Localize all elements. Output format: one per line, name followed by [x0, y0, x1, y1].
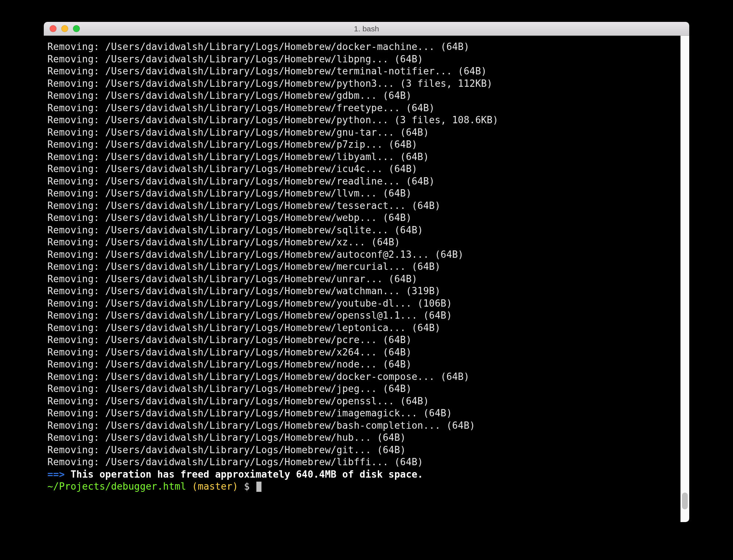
titlebar: 1. bash [44, 22, 689, 36]
terminal-window: 1. bash Removing: /Users/davidwalsh/Libr… [44, 22, 689, 522]
output-line: Removing: /Users/davidwalsh/Library/Logs… [47, 432, 406, 443]
output-line: Removing: /Users/davidwalsh/Library/Logs… [47, 114, 499, 125]
output-line: Removing: /Users/davidwalsh/Library/Logs… [47, 249, 464, 260]
output-line: Removing: /Users/davidwalsh/Library/Logs… [47, 78, 493, 89]
output-line: Removing: /Users/davidwalsh/Library/Logs… [47, 359, 412, 370]
zoom-icon[interactable] [73, 25, 80, 32]
terminal-wrap: Removing: /Users/davidwalsh/Library/Logs… [44, 36, 689, 522]
output-line: Removing: /Users/davidwalsh/Library/Logs… [47, 127, 429, 138]
output-line: Removing: /Users/davidwalsh/Library/Logs… [47, 456, 423, 467]
output-line: Removing: /Users/davidwalsh/Library/Logs… [47, 41, 469, 52]
minimize-icon[interactable] [61, 25, 68, 32]
output-line: Removing: /Users/davidwalsh/Library/Logs… [47, 200, 441, 211]
output-line: Removing: /Users/davidwalsh/Library/Logs… [47, 396, 429, 407]
output-line: Removing: /Users/davidwalsh/Library/Logs… [47, 285, 441, 296]
cursor [256, 482, 261, 492]
output-line: Removing: /Users/davidwalsh/Library/Logs… [47, 322, 441, 333]
prompt-branch: (master) [192, 481, 238, 492]
output-line: Removing: /Users/davidwalsh/Library/Logs… [47, 371, 469, 382]
output-line: Removing: /Users/davidwalsh/Library/Logs… [47, 212, 412, 223]
scroll-thumb[interactable] [682, 493, 688, 509]
output-line: Removing: /Users/davidwalsh/Library/Logs… [47, 176, 435, 187]
output-line: Removing: /Users/davidwalsh/Library/Logs… [47, 237, 400, 248]
prompt-path: ~/Projects/debugger.html [47, 481, 186, 492]
output-line: Removing: /Users/davidwalsh/Library/Logs… [47, 225, 423, 236]
output-line: Removing: /Users/davidwalsh/Library/Logs… [47, 90, 412, 101]
output-line: Removing: /Users/davidwalsh/Library/Logs… [47, 54, 423, 65]
summary-arrow-icon: ==> [47, 469, 65, 480]
output-line: Removing: /Users/davidwalsh/Library/Logs… [47, 66, 487, 77]
output-line: Removing: /Users/davidwalsh/Library/Logs… [47, 298, 452, 309]
output-line: Removing: /Users/davidwalsh/Library/Logs… [47, 383, 412, 394]
summary-text: This operation has freed approximately 6… [70, 469, 423, 480]
output-line: Removing: /Users/davidwalsh/Library/Logs… [47, 151, 429, 162]
output-line: Removing: /Users/davidwalsh/Library/Logs… [47, 310, 452, 321]
terminal-output[interactable]: Removing: /Users/davidwalsh/Library/Logs… [44, 36, 680, 522]
output-line: Removing: /Users/davidwalsh/Library/Logs… [47, 273, 418, 284]
output-line: Removing: /Users/davidwalsh/Library/Logs… [47, 347, 412, 358]
output-line: Removing: /Users/davidwalsh/Library/Logs… [47, 163, 418, 174]
output-line: Removing: /Users/davidwalsh/Library/Logs… [47, 188, 412, 199]
close-icon[interactable] [50, 25, 57, 32]
traffic-lights [44, 25, 80, 32]
window-title: 1. bash [44, 24, 689, 33]
output-line: Removing: /Users/davidwalsh/Library/Logs… [47, 139, 418, 150]
output-line: Removing: /Users/davidwalsh/Library/Logs… [47, 408, 452, 419]
output-line: Removing: /Users/davidwalsh/Library/Logs… [47, 334, 412, 345]
scrollbar[interactable] [680, 36, 689, 522]
output-line: Removing: /Users/davidwalsh/Library/Logs… [47, 444, 406, 455]
output-line: Removing: /Users/davidwalsh/Library/Logs… [47, 420, 475, 431]
output-line: Removing: /Users/davidwalsh/Library/Logs… [47, 102, 435, 113]
output-line: Removing: /Users/davidwalsh/Library/Logs… [47, 261, 441, 272]
prompt-symbol: $ [244, 481, 250, 492]
